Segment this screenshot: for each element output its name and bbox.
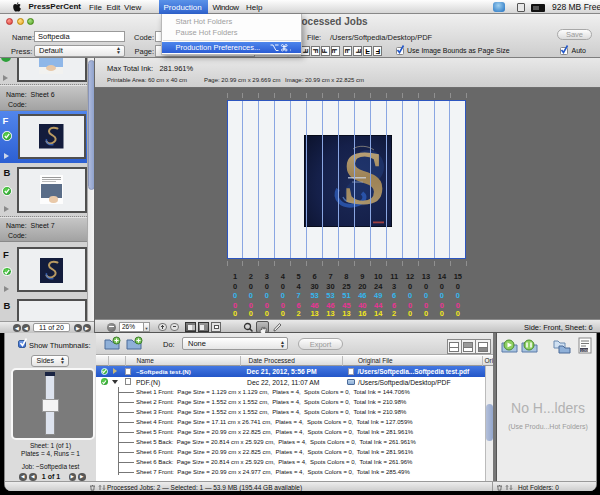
svg-text:LOG: LOG xyxy=(581,349,589,353)
